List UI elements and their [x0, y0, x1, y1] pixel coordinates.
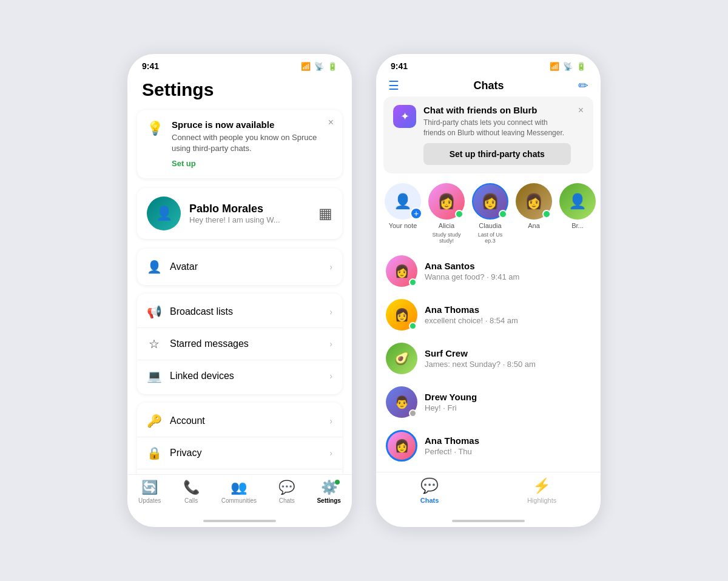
- story-br[interactable]: 👤 Br...: [559, 183, 596, 245]
- settings-group-3: 🔑 Account › 🔒 Privacy › 💬 Chats ›: [137, 403, 342, 474]
- banner-setup-button[interactable]: Set up third-party chats: [423, 143, 571, 165]
- story-avatar-wrap-ana: 👩: [516, 183, 552, 220]
- signal-icon: 📶: [301, 62, 311, 71]
- chats-nav-chats-label: Chats: [420, 497, 439, 504]
- linked-chevron-icon: ›: [329, 371, 332, 381]
- chat-avatar-wrap-ana-santos: 👩: [386, 255, 417, 287]
- compose-icon[interactable]: ✏: [578, 78, 588, 93]
- chat-item-surf-crew[interactable]: 🥑 Surf Crew James: next Sunday? · 8:50 a…: [376, 337, 601, 380]
- settings-item-privacy[interactable]: 🔒 Privacy ›: [137, 437, 342, 469]
- chat-info-ana-thomas-2: Ana Thomas Perfect! · Thu: [425, 435, 591, 456]
- nav-chats[interactable]: 💬 Chats: [278, 480, 295, 504]
- wifi-icon-right: 📡: [563, 62, 573, 71]
- chat-preview-ana-santos: Wanna get food? · 9:41 am: [425, 272, 591, 281]
- chat-info-surf-crew: Surf Crew James: next Sunday? · 8:50 am: [425, 348, 591, 369]
- stories-row: 👤 + Your note 👩 Alicia Study study study…: [376, 181, 601, 250]
- status-bar-right: 9:41 📶 📡 🔋: [376, 54, 601, 73]
- chats-header-title: Chats: [473, 79, 504, 92]
- communities-icon: 👥: [231, 480, 247, 495]
- chats-nav-highlights-icon: ⚡: [533, 477, 551, 494]
- calls-icon: 📞: [183, 480, 200, 495]
- story-your-note[interactable]: 👤 + Your note: [385, 183, 421, 245]
- notification-description: Connect with people you know on Spruce u…: [172, 132, 332, 154]
- nav-chats-icon: 💬: [278, 480, 295, 495]
- story-label-claudia: Claudia: [479, 222, 501, 229]
- status-icons-left: 📶 📡 🔋: [301, 62, 337, 71]
- chat-name-ana-thomas-2: Ana Thomas: [425, 435, 591, 446]
- chat-avatar-surf-crew: 🥑: [386, 343, 417, 374]
- notification-close-button[interactable]: ×: [328, 117, 334, 128]
- settings-item-avatar[interactable]: 👤 Avatar ›: [137, 251, 342, 283]
- communities-label: Communities: [221, 497, 257, 504]
- story-claudia[interactable]: 👩 Claudia Last of Us ep.3: [472, 183, 508, 245]
- settings-item-chats[interactable]: 💬 Chats ›: [137, 469, 342, 474]
- banner-text: Chat with friends on Blurb Third-party c…: [423, 105, 571, 165]
- chat-item-drew-young[interactable]: 👨 Drew Young Hey! · Fri: [376, 380, 601, 424]
- banner-card: ✦ Chat with friends on Blurb Third-party…: [383, 96, 593, 173]
- story-avatar-wrap-claudia: 👩: [472, 183, 508, 220]
- chat-avatar-wrap-ana-thomas-2: 👩: [386, 430, 417, 462]
- story-label-ana: Ana: [528, 222, 540, 229]
- chat-item-ana-thomas-2[interactable]: 👩 Ana Thomas Perfect! · Thu: [376, 424, 601, 468]
- settings-item-account[interactable]: 🔑 Account ›: [137, 405, 342, 437]
- updates-label: Updates: [138, 497, 161, 504]
- chat-list: 👩 Ana Santos Wanna get food? · 9:41 am 👩…: [376, 249, 601, 472]
- story-label-alicia: Alicia: [439, 222, 454, 229]
- chat-info-ana-santos: Ana Santos Wanna get food? · 9:41 am: [425, 261, 591, 281]
- chats-nav-chats[interactable]: 💬 Chats: [420, 477, 439, 504]
- profile-card[interactable]: 👤 Pablo Morales Hey there! I am using W.…: [137, 188, 342, 239]
- story-alicia[interactable]: 👩 Alicia Study study study!: [428, 183, 465, 245]
- chat-preview-ana-thomas-2: Perfect! · Thu: [425, 447, 591, 456]
- story-label-note: Your note: [389, 222, 417, 229]
- notification-text: Spruce is now available Connect with peo…: [172, 119, 332, 169]
- chat-info-drew-young: Drew Young Hey! · Fri: [425, 392, 591, 412]
- chat-name-ana-santos: Ana Santos: [425, 261, 591, 271]
- nav-settings[interactable]: ⚙️ Settings: [317, 480, 340, 504]
- avatar-label: Avatar: [170, 261, 321, 272]
- alicia-online-dot: [455, 210, 463, 218]
- banner-close-button[interactable]: ×: [578, 105, 584, 116]
- claudia-online-dot: [499, 210, 507, 218]
- chat-avatar-ana-thomas-2: 👩: [386, 430, 417, 462]
- chat-name-surf-crew: Surf Crew: [425, 348, 591, 358]
- linked-icon: 💻: [147, 369, 161, 383]
- broadcast-icon: 📢: [147, 304, 161, 319]
- notification-setup-link[interactable]: Set up: [172, 159, 196, 168]
- settings-item-broadcast[interactable]: 📢 Broadcast lists ›: [137, 296, 342, 328]
- nav-updates[interactable]: 🔄 Updates: [138, 480, 161, 504]
- privacy-icon: 🔒: [147, 446, 161, 460]
- settings-item-starred[interactable]: ☆ Starred messages ›: [137, 328, 342, 360]
- settings-group-avatar: 👤 Avatar ›: [137, 249, 342, 285]
- chats-nav-chats-icon: 💬: [420, 477, 439, 494]
- nav-communities[interactable]: 👥 Communities: [221, 480, 257, 504]
- chat-name-ana-thomas-1: Ana Thomas: [425, 304, 591, 315]
- chat-item-ana-thomas-1[interactable]: 👩 Ana Thomas excellent choice! · 8:54 am: [376, 293, 601, 337]
- status-bar-left: 9:41 📶 📡 🔋: [127, 54, 352, 73]
- chats-nav-highlights[interactable]: ⚡ Highlights: [527, 477, 556, 504]
- drew-online-dot: [409, 409, 417, 417]
- story-ana[interactable]: 👩 Ana: [516, 183, 552, 245]
- wifi-icon: 📡: [314, 62, 324, 71]
- settings-item-linked[interactable]: 💻 Linked devices ›: [137, 360, 342, 392]
- left-phone: 9:41 📶 📡 🔋 Settings 💡 Spruce is now avai…: [127, 54, 352, 527]
- chat-preview-drew-young: Hey! · Fri: [425, 403, 591, 412]
- right-phone: 9:41 📶 📡 🔋 ☰ Chats ✏ ✦ Chat with friends…: [376, 54, 601, 527]
- chat-avatar-wrap-drew-young: 👨: [386, 386, 417, 418]
- starred-label: Starred messages: [170, 338, 321, 349]
- chat-avatar-wrap-surf-crew: 🥑: [386, 343, 417, 374]
- time-right: 9:41: [391, 61, 408, 71]
- chat-item-ana-santos[interactable]: 👩 Ana Santos Wanna get food? · 9:41 am: [376, 249, 601, 293]
- account-chevron-icon: ›: [329, 416, 332, 426]
- menu-icon[interactable]: ☰: [388, 78, 399, 93]
- settings-title: Settings: [142, 79, 342, 100]
- notification-card: 💡 Spruce is now available Connect with p…: [137, 110, 342, 178]
- qr-code-icon[interactable]: ▦: [318, 205, 332, 222]
- nav-calls[interactable]: 📞 Calls: [183, 480, 200, 504]
- banner-description: Third-party chats lets you connect with …: [423, 118, 571, 138]
- starred-chevron-icon: ›: [329, 339, 332, 349]
- privacy-chevron-icon: ›: [329, 448, 332, 458]
- account-label: Account: [170, 415, 321, 426]
- settings-dot: [335, 480, 340, 485]
- story-caption-claudia: Last of Us ep.3: [472, 232, 508, 245]
- time-left: 9:41: [142, 61, 159, 71]
